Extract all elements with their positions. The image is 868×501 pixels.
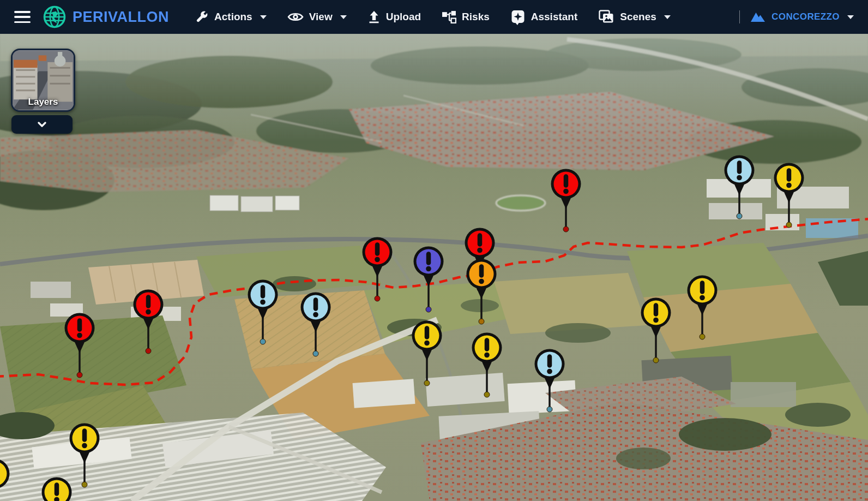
brand-name: PERIVALLON	[73, 9, 169, 26]
upload-icon	[367, 10, 381, 24]
nav-item-label: View	[309, 11, 333, 23]
menu-button[interactable]	[14, 11, 31, 23]
marker-tip-dot	[700, 334, 705, 339]
sitemap-icon	[442, 10, 456, 25]
marker-tip-dot	[547, 407, 552, 412]
caret-down-icon	[847, 15, 854, 19]
nav-item-view[interactable]: View	[287, 10, 347, 23]
nav-item-label: Risks	[462, 11, 490, 23]
hamburger-icon	[14, 11, 31, 13]
brand[interactable]: PERIVALLON	[43, 5, 169, 29]
chevron-down-icon	[38, 122, 46, 127]
main-menu: Actions View Upload R	[194, 9, 671, 25]
site-selector-label: CONCOREZZO	[771, 11, 840, 22]
nav-item-upload[interactable]: Upload	[367, 10, 421, 24]
layers-collapse-button[interactable]	[11, 115, 73, 134]
scenes-icon	[598, 9, 614, 25]
caret-down-icon	[340, 15, 347, 19]
wrench-icon	[194, 10, 209, 25]
map-viewport[interactable]: Layers	[0, 34, 868, 501]
nav-item-label: Scenes	[620, 11, 656, 23]
marker-tip-dot	[260, 339, 266, 344]
nav-item-scenes[interactable]: Scenes	[598, 9, 671, 25]
assistant-badge-icon	[510, 9, 526, 25]
marker-tip-dot	[375, 296, 380, 301]
navbar-right: CONCOREZZO	[739, 10, 854, 23]
marker-tip-dot	[313, 351, 318, 356]
mountain-icon	[750, 11, 766, 23]
globe-logo-icon	[43, 5, 67, 29]
map-distance-haze	[0, 34, 868, 143]
navbar-divider	[739, 10, 740, 23]
map-canvas[interactable]	[0, 34, 868, 501]
marker-tip-dot	[82, 482, 87, 487]
caret-down-icon	[260, 15, 267, 19]
marker-tip-dot	[484, 392, 490, 397]
marker-tip-dot	[563, 226, 569, 232]
nav-item-assistant[interactable]: Assistant	[510, 9, 578, 25]
nav-item-label: Upload	[386, 11, 421, 23]
marker-tip-dot	[737, 213, 742, 219]
marker-tip-dot	[146, 348, 151, 354]
marker-tip-dot	[786, 222, 792, 228]
layers-label: Layers	[13, 97, 74, 108]
nav-item-actions[interactable]: Actions	[194, 10, 267, 25]
caret-down-icon	[664, 15, 671, 19]
eye-icon	[287, 10, 304, 23]
marker-tip-dot	[653, 357, 659, 363]
marker-tip-dot	[426, 307, 431, 312]
marker-tip-dot	[479, 319, 484, 324]
site-selector[interactable]: CONCOREZZO	[750, 11, 854, 23]
nav-item-label: Actions	[214, 11, 252, 23]
top-navbar: PERIVALLON Actions View	[0, 0, 868, 34]
marker-tip-dot	[77, 372, 82, 378]
marker-tip-dot	[424, 380, 430, 386]
nav-item-label: Assistant	[531, 11, 578, 23]
layers-control[interactable]: Layers	[11, 49, 75, 112]
nav-item-risks[interactable]: Risks	[442, 10, 490, 25]
